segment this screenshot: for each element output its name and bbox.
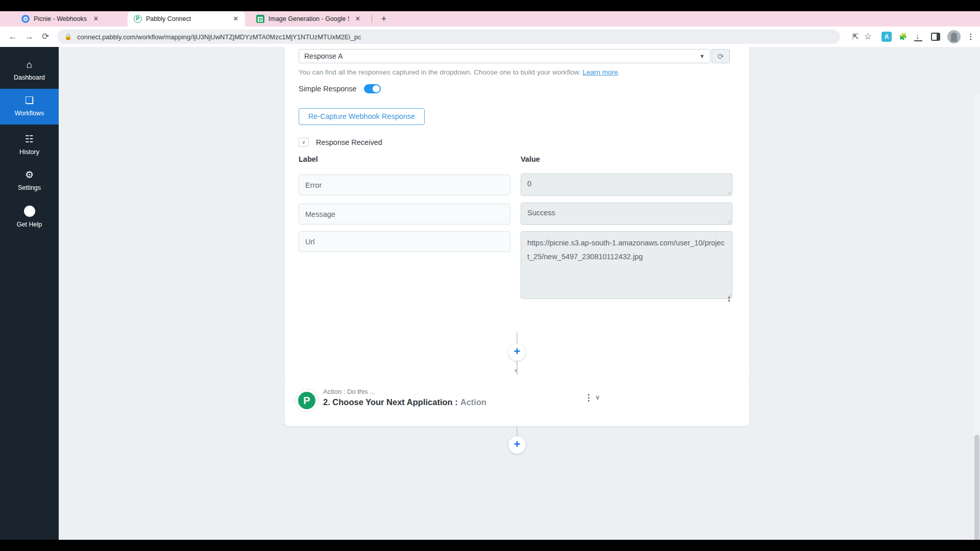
- share-icon[interactable]: ⇱: [849, 31, 862, 43]
- helper-text-body: You can find all the responses captured …: [299, 68, 581, 76]
- action-title-suffix: Action: [460, 397, 486, 407]
- sidebar-item-label: Settings: [18, 184, 41, 191]
- resize-cursor-icon: ↕: [727, 294, 731, 304]
- simple-response-toggle[interactable]: [364, 84, 381, 93]
- response-select-value: Response A: [304, 52, 343, 60]
- sidebar-item-label: History: [19, 148, 39, 156]
- tab-title: Pabbly Connect: [146, 15, 191, 22]
- response-select[interactable]: Response A ▼: [299, 49, 710, 63]
- tab-close-icon[interactable]: ✕: [92, 15, 100, 23]
- sidebar-item-history[interactable]: ☷ History: [0, 128, 59, 163]
- response-received-section: ∨ Response Received: [299, 138, 382, 147]
- profile-avatar[interactable]: [947, 30, 961, 43]
- step-expand-chevron-icon[interactable]: ∨: [595, 393, 600, 401]
- action-kicker-text: Action : Do this ...: [323, 388, 375, 395]
- action-step-card[interactable]: Action : Do this ... 2. Choose Your Next…: [285, 375, 749, 426]
- help-question-icon: ?: [24, 206, 35, 217]
- google-sheets-favicon-icon: [256, 15, 264, 23]
- picnie-favicon-icon: [21, 15, 30, 23]
- tab-google-sheets[interactable]: Image Generation - Google Shee ✕: [250, 11, 366, 27]
- tab-close-icon[interactable]: ✕: [354, 15, 361, 23]
- tab-pabbly-connect[interactable]: P Pabbly Connect ✕: [128, 11, 245, 27]
- extensions-puzzle-icon[interactable]: 🧩: [897, 31, 909, 43]
- response-received-label: Response Received: [316, 138, 382, 146]
- address-bar[interactable]: 🔒 connect.pabbly.com/workflow/mapping/Ij…: [57, 30, 840, 44]
- value-textarea-url[interactable]: https://picnie.s3.ap-south-1.amazonaws.c…: [521, 231, 732, 299]
- label-input-message[interactable]: Message: [299, 204, 510, 224]
- reload-icon[interactable]: ⟳: [39, 30, 52, 43]
- sidebar-item-get-help[interactable]: ? Get Help: [0, 199, 59, 235]
- new-tab-button[interactable]: +: [378, 13, 390, 26]
- tab-title: Image Generation - Google Shee: [268, 15, 349, 22]
- browser-menu-kebab-icon[interactable]: ⋮: [965, 31, 977, 43]
- home-icon: ⌂: [24, 59, 35, 70]
- sidebar-item-label: Workflows: [15, 110, 44, 117]
- back-icon[interactable]: ←: [6, 30, 19, 43]
- sidebar-item-label: Get Help: [17, 221, 42, 228]
- bookmark-star-icon[interactable]: ☆: [862, 31, 874, 43]
- side-panel-icon[interactable]: [931, 33, 940, 41]
- browser-toolbar: ← → ⟳ 🔒 connect.pabbly.com/workflow/mapp…: [0, 27, 980, 47]
- simple-response-row: Simple Response: [299, 84, 381, 93]
- sidebar-item-label: Dashboard: [14, 74, 45, 81]
- collapse-chevron-icon[interactable]: ∨: [299, 138, 309, 147]
- workflow-icon: ❑: [24, 95, 35, 106]
- app-sidebar: ⌂ Dashboard ❑ Workflows ☷ History ⚙ Sett…: [0, 47, 59, 540]
- webhook-response-card: Response A ▼ ⟳ You can find all the resp…: [285, 47, 749, 380]
- simple-response-label: Simple Response: [299, 85, 357, 93]
- bottom-black-bar: [0, 540, 980, 551]
- helper-text: You can find all the responses captured …: [299, 68, 620, 76]
- screen: Picnie - Webhooks ✕ P Pabbly Connect ✕ I…: [0, 0, 980, 551]
- teal-extension-icon[interactable]: A: [881, 32, 892, 42]
- lock-icon: 🔒: [64, 33, 72, 40]
- learn-more-link[interactable]: Learn more: [582, 68, 618, 76]
- pabbly-favicon-icon: P: [134, 15, 142, 23]
- action-step-title: 2. Choose Your Next Application :Action: [323, 397, 486, 407]
- history-list-icon: ☷: [24, 134, 35, 145]
- tab-close-icon[interactable]: ✕: [232, 15, 240, 23]
- recapture-webhook-button[interactable]: Re-Capture Webhook Response: [299, 108, 425, 125]
- label-input-error[interactable]: Error: [299, 174, 510, 195]
- sidebar-item-workflows[interactable]: ❑ Workflows: [0, 89, 59, 124]
- chevron-down-icon: ▼: [699, 53, 705, 59]
- tab-picnie-webhooks[interactable]: Picnie - Webhooks ✕: [15, 11, 125, 27]
- step-menu-kebab-icon[interactable]: ⋮: [583, 392, 594, 403]
- url-text[interactable]: connect.pabbly.com/workflow/mapping/IjU3…: [77, 33, 361, 41]
- add-step-button-bottom[interactable]: +: [508, 436, 526, 454]
- action-title-main: 2. Choose Your Next Application :: [323, 397, 458, 407]
- page-scrollbar-track[interactable]: [974, 94, 980, 551]
- gear-icon: ⚙: [24, 169, 35, 181]
- helper-period: .: [618, 68, 620, 76]
- browser-tab-strip: Picnie - Webhooks ✕ P Pabbly Connect ✕ I…: [0, 11, 980, 27]
- workflow-canvas: ⌂ Dashboard ❑ Workflows ☷ History ⚙ Sett…: [0, 47, 980, 540]
- forward-icon[interactable]: →: [22, 30, 36, 43]
- sidebar-item-dashboard[interactable]: ⌂ Dashboard: [0, 53, 59, 89]
- label-input-url[interactable]: Url: [299, 231, 510, 252]
- value-column-header: Value: [521, 155, 540, 163]
- tab-title: Picnie - Webhooks: [34, 15, 87, 22]
- connector-arrow-icon: ▼: [513, 367, 519, 374]
- downloads-icon[interactable]: [914, 32, 923, 41]
- label-column-header: Label: [299, 155, 318, 163]
- tab-divider: [372, 15, 372, 23]
- page-scrollbar-thumb[interactable]: [974, 435, 979, 551]
- sidebar-item-settings[interactable]: ⚙ Settings: [0, 163, 59, 199]
- value-textarea-message[interactable]: Success: [521, 203, 732, 225]
- pabbly-app-logo-icon: [295, 389, 318, 412]
- add-step-button-top[interactable]: +: [508, 343, 526, 361]
- refresh-responses-button[interactable]: ⟳: [712, 49, 730, 63]
- value-textarea-error[interactable]: 0: [521, 173, 732, 196]
